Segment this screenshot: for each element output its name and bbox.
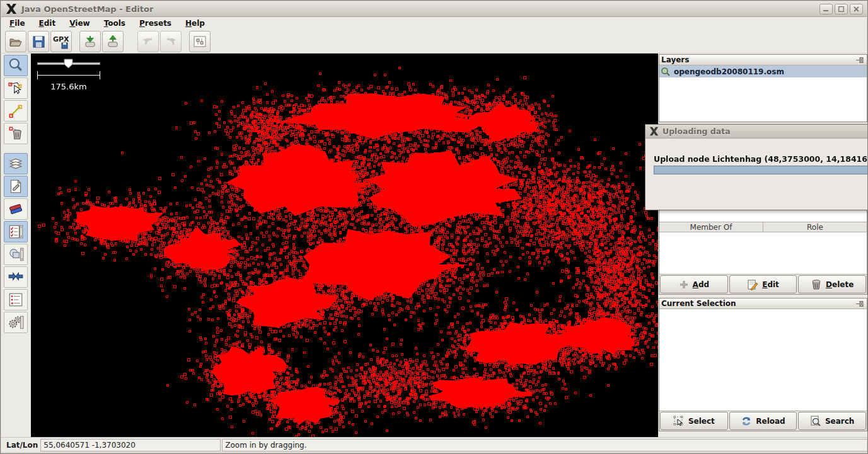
status-hint-field: Zoom in by dragging.: [222, 439, 867, 451]
undo-icon: [141, 34, 156, 49]
toggle-relations-dialog-button[interactable]: [4, 244, 28, 265]
open-folder-icon: [8, 34, 23, 49]
layer-row[interactable]: opengeodb20080119.osm: [659, 65, 867, 77]
export-gpx-button[interactable]: GPX: [50, 31, 72, 52]
close-icon: [854, 6, 859, 12]
zoom-icon: [8, 57, 24, 74]
menu-edit[interactable]: Edit: [32, 18, 63, 29]
menu-presets[interactable]: Presets: [132, 18, 178, 29]
map-scale-bar: 175.6km: [37, 71, 100, 96]
window-title: Java OpenStreetMap - Editor: [21, 4, 153, 14]
close-button[interactable]: [850, 4, 863, 14]
edit-pencil-icon: [747, 279, 758, 290]
layers-list[interactable]: opengeodb20080119.osm: [659, 65, 867, 122]
selection-list[interactable]: [659, 309, 867, 411]
current-selection-panel: Current Selection: [659, 298, 867, 431]
save-button[interactable]: [28, 31, 49, 52]
gears-icon: [8, 314, 24, 331]
right-dock: Layers opengeodb20080119.osm: [658, 54, 868, 437]
menu-view[interactable]: View: [62, 18, 96, 29]
checklist-icon: [8, 224, 24, 240]
uploading-data-dialog: Uploading data Upload node Lichtenhag (4…: [645, 124, 868, 210]
toggle-selection-list-dialog-button[interactable]: [4, 221, 28, 242]
redo-button[interactable]: [160, 31, 182, 52]
shapes-icon: [8, 246, 24, 263]
menu-help[interactable]: Help: [178, 18, 212, 29]
status-bar: Lat/Lon 55,0640571 -1,3703020 Zoom in by…: [1, 437, 867, 452]
toggle-command-stack-dialog-button[interactable]: [4, 312, 28, 333]
layers-panel-title: Layers: [661, 55, 689, 64]
toggle-properties-dialog-button[interactable]: [4, 176, 28, 197]
draw-line-icon: [8, 103, 24, 119]
main-toolbar: GPX: [1, 30, 867, 54]
search-icon: [810, 416, 821, 427]
reload-button[interactable]: Reload: [729, 412, 797, 430]
sticky-pin-icon[interactable]: [856, 57, 865, 64]
eraser-icon: [8, 201, 24, 217]
zoom-slider-thumb[interactable]: [64, 59, 73, 69]
toggle-relation-editor-button[interactable]: [4, 198, 28, 220]
scale-line: [37, 75, 100, 76]
delete-trash-icon: [8, 125, 24, 142]
reload-icon: [741, 416, 752, 427]
properties-buttons: Add Edit: [659, 274, 867, 294]
xorg-logo-icon: [6, 3, 17, 14]
svg-text:GPX: GPX: [53, 35, 69, 43]
column-role[interactable]: Role: [763, 222, 867, 232]
menu-file[interactable]: File: [3, 18, 32, 29]
scale-label: 175.6km: [37, 82, 100, 91]
map-canvas[interactable]: [31, 54, 658, 437]
xorg-logo-icon: [649, 127, 659, 136]
layers-panel-header: Layers: [659, 55, 867, 65]
layer-visible-icon: [661, 67, 671, 77]
trash-icon: [811, 279, 822, 290]
select-cursor-icon: [673, 416, 685, 427]
preferences-icon: [193, 35, 207, 48]
select-button[interactable]: Select: [660, 412, 728, 430]
title-bar[interactable]: Java OpenStreetMap - Editor: [1, 1, 867, 17]
map-view[interactable]: 175.6km: [31, 54, 658, 437]
dialog-title: Uploading data: [663, 127, 731, 136]
properties-wrench-icon: [8, 178, 24, 195]
dialog-title-bar[interactable]: Uploading data: [645, 125, 868, 139]
tool-delete-mode-button[interactable]: [4, 123, 28, 144]
open-file-button[interactable]: [5, 31, 26, 52]
add-button[interactable]: Add: [660, 275, 728, 293]
redo-icon: [163, 34, 178, 49]
validator-list-icon: [8, 292, 24, 308]
download-data-button[interactable]: [79, 31, 101, 52]
tool-draw-node-mode-button[interactable]: [4, 100, 28, 122]
gpx-icon: GPX: [52, 33, 70, 50]
toggle-layers-dialog-button[interactable]: [4, 153, 28, 174]
maximize-button[interactable]: [835, 4, 848, 14]
upload-progress-bar: [654, 166, 868, 174]
preferences-button[interactable]: [189, 31, 211, 52]
delete-button[interactable]: Delete: [798, 275, 866, 293]
selection-panel-title: Current Selection: [661, 299, 736, 308]
upload-data-button[interactable]: [102, 31, 124, 52]
layer-name: opengeodb20080119.osm: [674, 67, 784, 76]
edit-button[interactable]: Edit: [729, 275, 797, 293]
tool-move-mode-button[interactable]: [4, 77, 28, 99]
search-button[interactable]: Search: [798, 412, 866, 430]
undo-button[interactable]: [137, 31, 159, 52]
edit-tools-sidebar: [1, 54, 31, 437]
dialog-body: Upload node Lichtenhag (48,3753000, 14,1…: [645, 139, 868, 174]
maximize-icon: [838, 6, 844, 12]
selection-buttons: Select Reload: [659, 411, 867, 431]
sticky-pin-icon[interactable]: [856, 300, 865, 307]
selection-panel-header: Current Selection: [659, 298, 867, 309]
column-member-of[interactable]: Member Of: [659, 222, 763, 232]
upload-icon: [105, 34, 120, 49]
plus-icon: [679, 280, 689, 290]
layers-icon: [8, 156, 24, 172]
menu-tools[interactable]: Tools: [97, 18, 132, 29]
membership-table[interactable]: [659, 232, 867, 274]
upload-status-text: Upload node Lichtenhag (48,3753000, 14,1…: [654, 154, 868, 164]
tool-zoom-mode-button[interactable]: [4, 55, 28, 76]
map-zoom-slider[interactable]: [37, 59, 100, 69]
download-icon: [83, 34, 98, 49]
minimize-button[interactable]: [819, 4, 833, 14]
toggle-conflict-dialog-button[interactable]: [4, 266, 28, 288]
toggle-validator-dialog-button[interactable]: [4, 289, 28, 310]
